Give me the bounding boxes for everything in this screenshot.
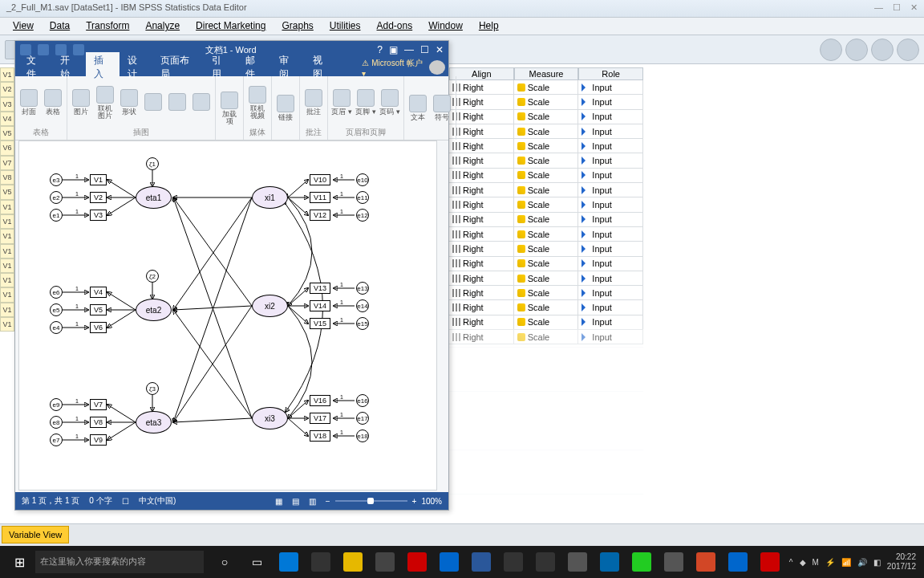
taskbar-clock[interactable]: 20:22 2017/12 (887, 552, 916, 572)
zoom-level[interactable]: 100% (421, 497, 442, 506)
row-header[interactable]: V1 (0, 317, 14, 332)
tray-icon[interactable]: ◧ (873, 558, 881, 567)
grid-row[interactable]: Right Scale Input (449, 80, 643, 95)
start-button[interactable]: ⊞ (3, 546, 35, 578)
row-header[interactable]: V1 (0, 67, 14, 82)
ribbon-button[interactable]: 页码 ▾ (379, 86, 400, 120)
minimize-icon[interactable]: — (404, 44, 414, 55)
row-header[interactable]: V8 (0, 170, 14, 185)
grid-row[interactable]: Right Scale Input (449, 257, 643, 271)
grid-row[interactable]: Right Scale Input (449, 197, 643, 212)
menu-help[interactable]: Help (471, 18, 507, 35)
row-header[interactable]: V1 (0, 303, 14, 317)
toolbar-icon[interactable] (820, 39, 842, 61)
app-icon[interactable] (497, 546, 529, 578)
toolbar-icon[interactable] (845, 39, 868, 61)
close-icon[interactable]: ✕ (910, 2, 918, 13)
ribbon-button[interactable]: 链接 (275, 92, 296, 125)
tray-chevron-icon[interactable]: ^ (789, 558, 793, 567)
row-header[interactable]: V4 (0, 112, 14, 126)
grid-row[interactable]: Right Scale Input (449, 271, 643, 286)
page-indicator[interactable]: 第 1 页，共 1 页 (22, 495, 79, 507)
ribbon-button[interactable]: 符号 (432, 92, 452, 125)
word-count[interactable]: 0 个字 (89, 495, 111, 507)
menu-view[interactable]: View (5, 18, 42, 35)
toolbar-icon[interactable] (871, 39, 894, 61)
zoom-in-icon[interactable]: + (412, 497, 417, 506)
row-header[interactable]: V1 (0, 229, 14, 243)
view-icon[interactable]: ▦ (275, 497, 282, 506)
grid-row[interactable]: Right Scale Input (449, 300, 643, 315)
row-header[interactable]: V7 (0, 156, 14, 170)
grid-row[interactable]: Right Scale Input (449, 124, 643, 139)
ribbon-button[interactable]: 页脚 ▾ (355, 86, 376, 120)
row-header[interactable]: V1 (0, 273, 14, 287)
cortana-icon[interactable]: ○ (209, 546, 241, 578)
ribbon-button[interactable]: 封面 (18, 86, 39, 120)
ribbon-button[interactable] (143, 86, 164, 120)
wechat-icon[interactable] (626, 546, 658, 578)
help-icon[interactable]: ? (377, 44, 383, 55)
tray-icon[interactable]: ◆ (800, 558, 806, 567)
grid-row[interactable]: Right Scale Input (449, 213, 643, 227)
view-icon[interactable]: ▥ (309, 497, 316, 506)
ribbon-button[interactable]: 加载项 (219, 92, 240, 125)
close-icon[interactable]: ✕ (436, 44, 444, 55)
menu-graphs[interactable]: Graphs (274, 18, 321, 35)
col-role[interactable]: Role (578, 67, 643, 80)
app-icon[interactable] (369, 546, 401, 578)
spss-taskbar-icon[interactable] (754, 546, 786, 578)
language-indicator[interactable]: 中文(中国) (139, 495, 176, 507)
ribbon-button[interactable]: 图片 (71, 86, 91, 120)
minimize-icon[interactable]: — (874, 2, 883, 13)
volume-icon[interactable]: 🔊 (857, 558, 867, 567)
powerpoint-icon[interactable] (690, 546, 722, 578)
row-header[interactable]: V5 (0, 126, 14, 140)
acrobat-icon[interactable] (401, 546, 433, 578)
row-header[interactable]: V1 (0, 258, 14, 273)
abc-icon[interactable] (897, 39, 919, 61)
row-header[interactable]: V5 (0, 185, 14, 199)
tray-icon[interactable]: ⚡ (825, 558, 835, 567)
row-header[interactable]: V1 (0, 200, 14, 214)
app-icon[interactable] (305, 546, 337, 578)
ribbon-button[interactable]: 页眉 ▾ (331, 86, 352, 120)
ribbon-opts-icon[interactable]: ▣ (389, 44, 398, 55)
ribbon-button[interactable] (167, 86, 188, 120)
row-header[interactable]: V6 (0, 140, 14, 155)
grid-row[interactable]: Right Scale Input (449, 110, 643, 124)
menu-direct-marketing[interactable]: Direct Marketing (188, 18, 274, 35)
tab-variable-view[interactable]: Variable View (2, 526, 69, 543)
menu-data[interactable]: Data (42, 18, 78, 35)
ribbon-button[interactable] (191, 86, 212, 120)
ime-icon[interactable]: M (813, 558, 819, 567)
menu-utilities[interactable]: Utilities (322, 18, 369, 35)
explorer-icon[interactable] (337, 546, 369, 578)
app-icon[interactable] (561, 546, 594, 578)
menu-window[interactable]: Window (420, 18, 471, 35)
grid-row[interactable]: Right Scale Input (449, 315, 643, 330)
ribbon-button[interactable]: 联机视频 (247, 86, 268, 120)
taskbar-search[interactable]: 在这里输入你要搜索的内容 (35, 551, 204, 573)
grid-row[interactable]: Right Scale Input (449, 95, 643, 109)
system-tray[interactable]: ^ ◆ M ⚡ 📶 🔊 ◧ 20:22 2017/12 (789, 552, 921, 572)
ribbon-button[interactable]: 表格 (43, 86, 63, 120)
app-icon[interactable] (594, 546, 626, 578)
zoom-slider[interactable] (335, 500, 407, 502)
row-header[interactable]: V1 (0, 214, 14, 229)
zoom-out-icon[interactable]: − (326, 497, 330, 506)
app-icon[interactable] (722, 546, 754, 578)
row-header[interactable]: V1 (0, 287, 14, 302)
edge-icon[interactable] (273, 546, 305, 578)
taskview-icon[interactable]: ▭ (241, 546, 273, 578)
ribbon-button[interactable]: 联机图片 (95, 86, 116, 120)
grid-row[interactable]: Right Scale Input (449, 183, 643, 197)
word-taskbar-icon[interactable] (465, 546, 497, 578)
grid-row[interactable]: Right Scale Input (449, 139, 643, 153)
row-header[interactable]: V2 (0, 82, 14, 96)
word-document-area[interactable]: 111111111111111111 eta1ζ1xi1V1e3V2e2V3e1… (18, 140, 437, 490)
grid-row[interactable]: Right Scale Input (449, 242, 643, 256)
col-measure[interactable]: Measure (514, 67, 579, 80)
app-icon[interactable] (529, 546, 561, 578)
menu-add-ons[interactable]: Add-ons (368, 18, 420, 35)
